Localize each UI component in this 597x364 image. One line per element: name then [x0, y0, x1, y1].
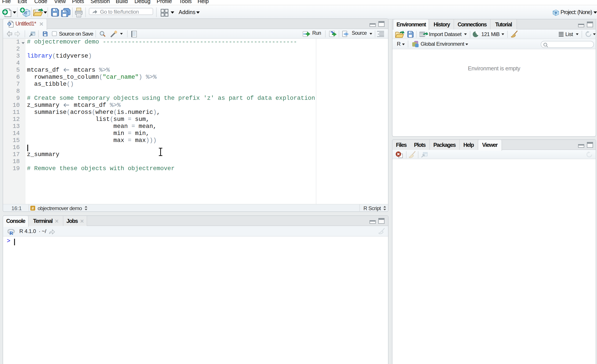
svg-text:R: R: [9, 230, 13, 235]
svg-text:R: R: [8, 22, 11, 26]
svg-text:R: R: [555, 11, 557, 15]
